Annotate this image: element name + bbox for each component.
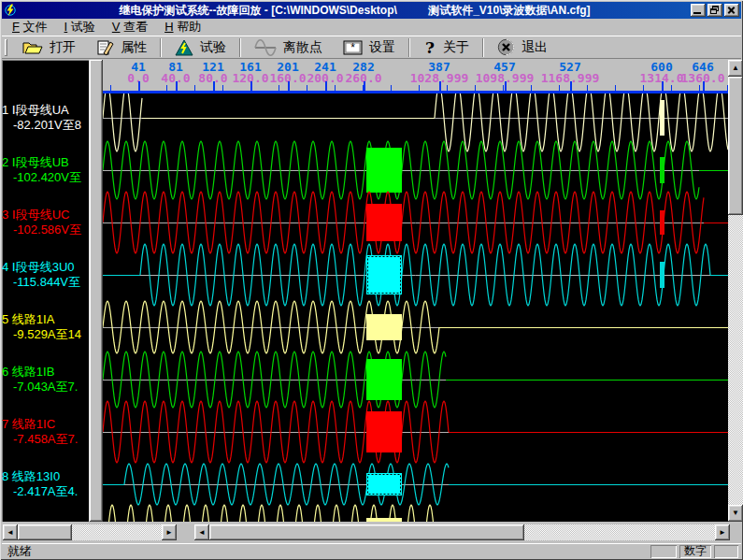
vertical-scroll-thumb[interactable] bbox=[728, 77, 743, 215]
channel-range: -7.458A至7. bbox=[2, 432, 90, 447]
menu-item-file[interactable]: F 文件 bbox=[4, 18, 56, 36]
channel-label-5[interactable]: 5 线路1IA-9.529A至14 bbox=[2, 312, 90, 342]
scroll-right-button[interactable]: ► bbox=[162, 524, 177, 540]
scroll-left-button[interactable]: ◄ bbox=[3, 524, 18, 540]
channel-name: 5 线路1IA bbox=[2, 312, 90, 327]
channel-label-7[interactable]: 7 线路1IC-7.458A至7. bbox=[2, 417, 90, 447]
status-panels: 数字 bbox=[650, 545, 741, 558]
channel-list-panel: 1 Ⅰ段母线UA-82.201V至82 Ⅰ段母线UB-102.420V至3 Ⅰ段… bbox=[2, 60, 90, 522]
channel-name: 1 Ⅰ段母线UA bbox=[2, 103, 90, 118]
waveform-canvas[interactable] bbox=[103, 93, 728, 522]
menu-hotkey: H bbox=[164, 20, 173, 34]
channel-label-2[interactable]: 2 Ⅰ段母线UB-102.420V至 bbox=[2, 155, 90, 185]
menu-item-view[interactable]: V 查看 bbox=[104, 18, 156, 36]
menu-hotkey: F bbox=[12, 20, 20, 34]
ruler-major-tick bbox=[662, 81, 664, 91]
ruler-minor-tick bbox=[222, 85, 223, 91]
properties-icon bbox=[96, 39, 114, 56]
channel-label-3[interactable]: 3 Ⅰ段母线UC-102.586V至 bbox=[2, 208, 90, 237]
settings-button[interactable]: *设置 bbox=[333, 36, 406, 59]
toolbar-separator bbox=[239, 38, 241, 57]
test-icon bbox=[175, 39, 193, 56]
sidebar-scroll-thumb[interactable] bbox=[18, 524, 72, 540]
ruler-minor-tick bbox=[671, 85, 672, 91]
ruler-major-tick bbox=[364, 81, 365, 91]
toolbar-separator bbox=[160, 38, 162, 57]
close-button[interactable] bbox=[724, 4, 739, 17]
channel-range: -82.201V至8 bbox=[2, 118, 90, 133]
sidebar-scroll-track[interactable] bbox=[72, 524, 162, 540]
open-button[interactable]: 打开 bbox=[12, 36, 86, 59]
menu-item-test[interactable]: I 试验 bbox=[56, 18, 104, 36]
about-label: 关于 bbox=[443, 39, 469, 56]
scroll-down-button[interactable]: ▼ bbox=[728, 505, 743, 522]
ruler-minor-tick bbox=[279, 85, 279, 91]
discrete-points-label: 离散点 bbox=[283, 39, 322, 56]
pane-splitter[interactable] bbox=[90, 60, 103, 522]
ruler-major-tick bbox=[138, 81, 140, 91]
scroll-up-button[interactable]: ▲ bbox=[728, 60, 743, 77]
exit-label: 退出 bbox=[522, 39, 548, 56]
main-region: 1 Ⅰ段母线UA-82.201V至82 Ⅰ段母线UB-102.420V至3 Ⅰ段… bbox=[2, 59, 741, 558]
channel-name: 4 Ⅰ段母线3U0 bbox=[2, 260, 90, 275]
waveform-area[interactable] bbox=[103, 93, 728, 522]
waveform-scroll-track[interactable] bbox=[524, 524, 715, 540]
properties-button[interactable]: 属性 bbox=[86, 36, 157, 59]
waveform-scroll-thumb[interactable] bbox=[209, 524, 524, 540]
question-icon: ? bbox=[423, 39, 436, 56]
properties-label: 属性 bbox=[121, 39, 147, 56]
ruler-major-tick bbox=[570, 81, 572, 91]
exit-button[interactable]: 退出 bbox=[487, 36, 558, 59]
restore-button[interactable] bbox=[707, 4, 722, 17]
ruler-minor-tick bbox=[335, 85, 336, 91]
menu-bar: F 文件I 试验V 查看H 帮助 bbox=[2, 19, 741, 36]
ruler-major-tick bbox=[505, 81, 507, 91]
minimize-icon bbox=[693, 12, 701, 14]
open-label: 打开 bbox=[50, 39, 76, 56]
channel-label-1[interactable]: 1 Ⅰ段母线UA-82.201V至8 bbox=[2, 103, 90, 133]
svg-text:?: ? bbox=[425, 39, 435, 56]
about-button[interactable]: ?关于 bbox=[413, 36, 479, 59]
scroll-right-button[interactable]: ► bbox=[715, 524, 730, 540]
channel-name: 6 线路1IB bbox=[2, 365, 90, 380]
ruler-major-tick bbox=[288, 81, 290, 91]
menu-hotkey: I bbox=[64, 20, 68, 34]
svg-text:*: * bbox=[350, 41, 355, 54]
channel-range: -102.586V至 bbox=[2, 223, 90, 237]
time-ruler: 410.08140.012180.0161120.0201160.0241200… bbox=[103, 60, 728, 93]
run-test-label: 试验 bbox=[200, 39, 226, 56]
channel-label-6[interactable]: 6 线路1IB-7.043A至7. bbox=[2, 365, 90, 395]
toolbar-grip[interactable] bbox=[5, 39, 7, 56]
channel-name: 3 Ⅰ段母线UC bbox=[2, 208, 90, 223]
discrete-points-button[interactable]: 离散点 bbox=[244, 36, 333, 59]
channel-name: 7 线路1IC bbox=[2, 417, 90, 432]
ruler-major-tick bbox=[439, 81, 441, 91]
ruler-minor-tick bbox=[531, 85, 532, 91]
status-message: 就绪 bbox=[2, 543, 650, 560]
channel-label-8[interactable]: 8 线路13I0-2.417A至4. bbox=[2, 469, 90, 499]
vertical-scrollbar[interactable]: ▲ ▼ bbox=[728, 60, 743, 522]
minimize-button[interactable] bbox=[691, 4, 706, 17]
channel-range: -7.043A至7. bbox=[2, 380, 90, 395]
sidebar-horizontal-scrollbar[interactable]: ◄ ► bbox=[3, 524, 177, 540]
menu-hotkey: V bbox=[112, 20, 121, 34]
ruler-minor-tick bbox=[391, 85, 392, 91]
title-bar[interactable]: 继电保护测试系统--故障回放 - [C:\WINDOWS\Desktop\ 测试… bbox=[2, 2, 741, 19]
horizontal-scroll-row: ◄ ► ◄ ► bbox=[2, 524, 741, 542]
ruler-minor-tick bbox=[699, 85, 700, 91]
status-bar: 就绪 数字 bbox=[2, 543, 741, 558]
toolbar: 打开属性试验离散点*设置?关于退出 bbox=[2, 36, 741, 59]
settings-label: 设置 bbox=[369, 39, 395, 56]
ruler-minor-tick bbox=[615, 85, 616, 91]
menu-item-help[interactable]: H 帮助 bbox=[156, 18, 209, 36]
run-test-button[interactable]: 试验 bbox=[164, 36, 236, 59]
ruler-minor-tick bbox=[559, 85, 560, 91]
folder-open-icon bbox=[22, 40, 43, 55]
ruler-major-tick bbox=[703, 81, 705, 91]
scroll-left-button[interactable]: ◄ bbox=[194, 524, 209, 540]
channel-range: -102.420V至 bbox=[2, 170, 90, 185]
ruler-minor-tick bbox=[447, 85, 448, 91]
vertical-scroll-track[interactable] bbox=[728, 215, 743, 505]
waveform-horizontal-scrollbar[interactable]: ◄ ► bbox=[194, 524, 730, 540]
channel-label-4[interactable]: 4 Ⅰ段母线3U0-115.844V至 bbox=[2, 260, 90, 290]
